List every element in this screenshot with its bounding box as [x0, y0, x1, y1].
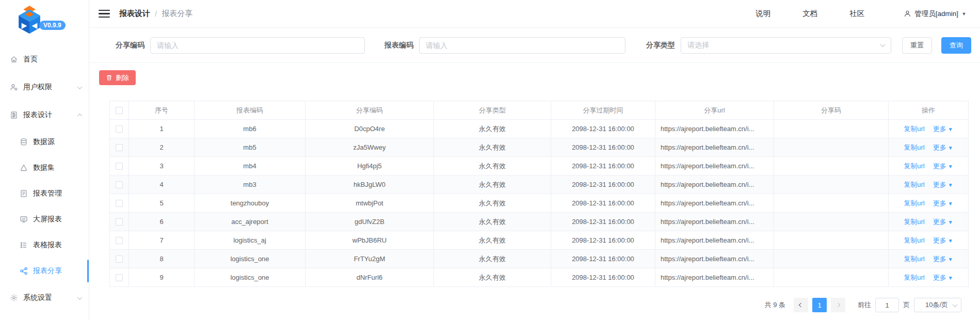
select-all-checkbox[interactable]	[116, 107, 123, 114]
col-header-expire-time: 分享过期时间	[551, 101, 655, 120]
row-checkbox[interactable]	[116, 255, 123, 263]
cell-share-password	[774, 194, 889, 213]
share-code-input[interactable]	[150, 37, 365, 54]
copy-url-link[interactable]: 复制url	[904, 218, 924, 226]
sidebar-item-user-perms[interactable]: 用户权限	[0, 73, 89, 101]
cell-share-password	[774, 231, 889, 250]
copy-url-link[interactable]: 复制url	[904, 236, 924, 244]
goto-page-input[interactable]	[875, 298, 899, 312]
table-body: 1 mb6 D0cpO4re 永久有效 2098-12-31 16:00:00 …	[110, 120, 969, 287]
row-checkbox[interactable]	[116, 144, 123, 151]
row-checkbox[interactable]	[116, 125, 123, 133]
reset-button[interactable]: 重置	[902, 37, 932, 54]
hamburger-menu-icon[interactable]	[99, 8, 110, 20]
row-checkbox[interactable]	[116, 181, 123, 188]
more-actions-link[interactable]: 更多	[933, 255, 946, 263]
chevron-left-icon	[799, 303, 803, 307]
sidebar-item-datasource[interactable]: 数据源	[0, 129, 89, 155]
more-actions-link[interactable]: 更多	[933, 218, 946, 226]
chevron-down-icon	[77, 84, 83, 89]
sidebar-item-report-design[interactable]: 报表设计	[0, 101, 89, 129]
sidebar-item-home[interactable]: 首页	[0, 45, 89, 73]
sidebar-item-settings[interactable]: 系统设置	[0, 284, 89, 312]
more-actions-link[interactable]: 更多	[933, 199, 946, 207]
col-header-report-code: 报表编码	[195, 101, 306, 120]
page-unit-label: 页	[903, 300, 910, 310]
cell-expire-time: 2098-12-31 16:00:00	[551, 213, 655, 231]
col-header-actions: 操作	[889, 101, 969, 120]
more-actions-link[interactable]: 更多	[933, 143, 946, 151]
share-icon	[20, 267, 28, 275]
sidebar-nav: 首页 用户权限 报表设计 数据源 数据集 报表管理 大屏报表	[0, 45, 89, 312]
content: 删除 序号 报表编码 分享编码 分享类型 分享过期时间 分享url	[89, 63, 980, 320]
col-header-share-password: 分享码	[774, 101, 889, 120]
sidebar-item-dataset[interactable]: 数据集	[0, 155, 89, 181]
row-checkbox[interactable]	[116, 237, 123, 244]
share-type-select[interactable]: 请选择	[681, 37, 891, 54]
cell-share-type: 永久有效	[434, 268, 551, 287]
row-checkbox[interactable]	[116, 200, 123, 207]
report-code-input[interactable]	[419, 37, 625, 54]
cell-expire-time: 2098-12-31 16:00:00	[551, 268, 655, 287]
chevron-down-icon: ▼	[948, 201, 953, 206]
share-code-label: 分享编码	[116, 41, 144, 50]
prev-page-button[interactable]	[794, 298, 808, 312]
delete-button[interactable]: 删除	[99, 70, 136, 85]
docs-link[interactable]: 文档	[802, 9, 817, 19]
sidebar-item-label: 数据源	[33, 137, 82, 147]
cell-share-code: hkBJgLW0	[306, 175, 434, 194]
copy-url-link[interactable]: 复制url	[904, 274, 924, 281]
next-page-button[interactable]	[831, 298, 845, 312]
cell-report-code: mb5	[195, 138, 306, 157]
user-menu[interactable]: 管理员[admin] ▼	[904, 9, 967, 19]
topbar: 报表设计 / 报表分享 说明 文档 社区 管理员[admin] ▼	[89, 0, 980, 28]
more-actions-link[interactable]: 更多	[933, 162, 946, 170]
table-row: 4 mb3 hkBJgLW0 永久有效 2098-12-31 16:00:00 …	[110, 175, 969, 194]
row-checkbox[interactable]	[116, 274, 123, 281]
copy-url-link[interactable]: 复制url	[904, 181, 924, 188]
table-row: 7 logistics_aj wPbJB6RU 永久有效 2098-12-31 …	[110, 231, 969, 250]
report-design-icon	[10, 111, 18, 119]
cell-share-type: 永久有效	[434, 250, 551, 268]
copy-url-link[interactable]: 复制url	[904, 143, 924, 151]
sidebar-item-label: 系统设置	[23, 293, 78, 302]
database-icon	[20, 138, 28, 146]
help-link[interactable]: 说明	[756, 9, 770, 19]
row-checkbox[interactable]	[116, 218, 123, 226]
table-row: 3 mb4 Hgfi4pj5 永久有效 2098-12-31 16:00:00 …	[110, 157, 969, 175]
community-link[interactable]: 社区	[849, 9, 864, 19]
app-logo[interactable]: V0.9.9	[0, 0, 89, 45]
cell-expire-time: 2098-12-31 16:00:00	[551, 138, 655, 157]
chevron-down-icon: ▼	[948, 219, 953, 225]
copy-url-link[interactable]: 复制url	[904, 125, 924, 133]
cell-share-password	[774, 157, 889, 175]
page-size-value: 10条/页	[920, 300, 953, 310]
query-button[interactable]: 查询	[941, 37, 971, 54]
breadcrumb-parent[interactable]: 报表设计	[119, 9, 150, 19]
row-checkbox[interactable]	[116, 163, 123, 170]
cell-expire-time: 2098-12-31 16:00:00	[551, 157, 655, 175]
chevron-down-icon: ▼	[948, 238, 953, 244]
sidebar-item-report-share[interactable]: 报表分享	[0, 258, 89, 284]
more-actions-link[interactable]: 更多	[933, 236, 946, 244]
sidebar-item-label: 数据集	[33, 163, 82, 172]
copy-url-link[interactable]: 复制url	[904, 199, 924, 207]
share-table: 序号 报表编码 分享编码 分享类型 分享过期时间 分享url 分享码 操作 1 …	[109, 101, 968, 287]
sidebar-item-report-manage[interactable]: 报表管理	[0, 181, 89, 206]
page-size-select[interactable]: 10条/页	[914, 298, 961, 312]
chevron-down-icon: ▼	[948, 164, 953, 169]
cell-actions: 复制url更多▼	[889, 213, 969, 231]
chevron-down-icon	[77, 295, 83, 300]
more-actions-link[interactable]: 更多	[933, 274, 946, 281]
more-actions-link[interactable]: 更多	[933, 181, 946, 188]
sidebar-item-table-report[interactable]: 表格报表	[0, 232, 89, 258]
copy-url-link[interactable]: 复制url	[904, 162, 924, 170]
more-actions-link[interactable]: 更多	[933, 125, 946, 133]
copy-url-link[interactable]: 复制url	[904, 255, 924, 263]
page-number-button[interactable]: 1	[812, 298, 827, 312]
cell-share-password	[774, 120, 889, 138]
sidebar-item-big-screen[interactable]: 大屏报表	[0, 206, 89, 232]
cell-actions: 复制url更多▼	[889, 231, 969, 250]
cell-share-type: 永久有效	[434, 175, 551, 194]
cell-share-type: 永久有效	[434, 194, 551, 213]
